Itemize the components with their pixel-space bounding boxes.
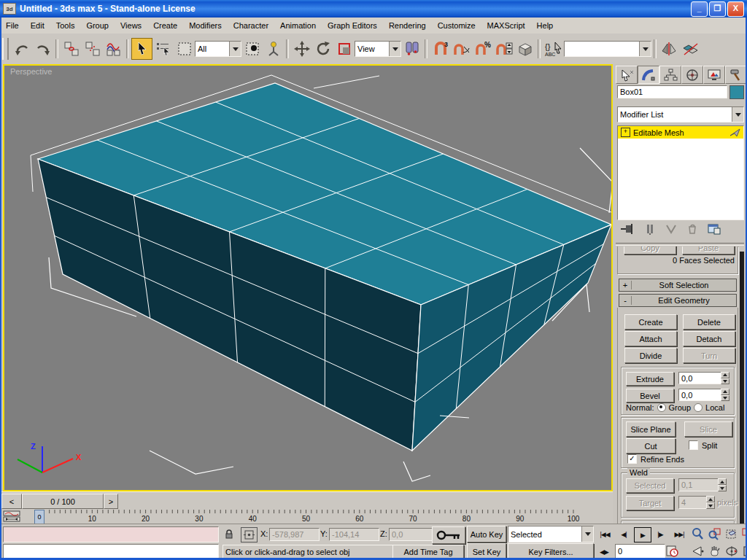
menu-rendering[interactable]: Rendering <box>383 21 432 30</box>
x-coordinate-field[interactable]: -578,987 <box>269 528 320 541</box>
go-to-end-button[interactable]: ▶▶| <box>670 528 688 540</box>
window-crossing-toggle-button[interactable] <box>241 38 263 60</box>
attach-button[interactable]: Attach <box>624 331 677 346</box>
track-bar-ruler[interactable]: 0102030405060708090100 <box>29 509 613 524</box>
slice-button[interactable]: Slice <box>684 421 732 437</box>
add-time-tag-button[interactable]: Add Time Tag <box>392 545 464 559</box>
use-pivot-point-center-button[interactable] <box>401 38 422 60</box>
zoom-all-icon[interactable] <box>708 527 721 540</box>
command-panel-scrollbar[interactable] <box>740 252 744 524</box>
maxscript-mini-listener-pink[interactable] <box>3 526 219 542</box>
object-name-field[interactable]: Box01 <box>617 85 727 98</box>
refine-ends-checkbox[interactable]: ✓ <box>627 454 637 464</box>
select-and-rotate-button[interactable] <box>312 38 333 60</box>
show-end-result-icon[interactable] <box>645 223 655 235</box>
bevel-spinner[interactable] <box>721 389 729 401</box>
select-and-move-button[interactable] <box>291 38 312 60</box>
tab-motion[interactable] <box>681 66 703 84</box>
menu-views[interactable]: Views <box>115 21 147 30</box>
rectangular-selection-region-button[interactable] <box>174 38 195 60</box>
close-button[interactable]: X <box>727 1 744 17</box>
play-button[interactable]: ▶ <box>634 527 651 542</box>
arc-rotate-icon[interactable] <box>725 545 738 558</box>
time-slider-next-button[interactable]: > <box>104 494 118 509</box>
paste-button[interactable]: Paste <box>682 246 735 254</box>
spinner-snap-toggle-button[interactable] <box>493 38 514 60</box>
tab-utilities[interactable] <box>725 66 747 84</box>
keyboard-shortcut-override-button[interactable] <box>514 38 535 60</box>
open-mini-curve-editor-button[interactable] <box>3 510 25 522</box>
extrude-value-field[interactable]: 0,0 <box>678 372 723 384</box>
maximize-button[interactable]: ❐ <box>709 1 726 17</box>
set-keys-button[interactable] <box>432 526 465 544</box>
copy-button[interactable]: Copy <box>624 246 676 254</box>
soft-selection-rollout-header[interactable]: + Soft Selection <box>619 279 737 292</box>
expand-plus-icon[interactable]: + <box>621 128 630 137</box>
modifier-stack[interactable]: + Editable Mesh <box>617 125 744 220</box>
weld-target-button[interactable]: Target <box>626 496 674 510</box>
divide-button[interactable]: Divide <box>624 348 677 363</box>
select-and-manipulate-button[interactable] <box>263 38 284 60</box>
time-slider-handle[interactable]: 0 / 100 <box>22 494 104 509</box>
extrude-button[interactable]: Extrude <box>626 372 674 386</box>
tab-modify[interactable] <box>638 66 659 84</box>
remove-modifier-icon[interactable] <box>687 223 697 235</box>
spinner-up-icon[interactable] <box>721 389 729 395</box>
pin-stack-icon[interactable] <box>620 223 635 235</box>
normal-group-radio[interactable] <box>657 403 666 412</box>
cut-button[interactable]: Cut <box>626 438 676 454</box>
extrude-spinner[interactable] <box>721 372 729 384</box>
spinner-down-icon[interactable] <box>721 395 729 402</box>
edit-geometry-rollout-header[interactable]: - Edit Geometry <box>619 294 737 307</box>
weld-target-spinner[interactable] <box>706 496 715 509</box>
select-object-button[interactable] <box>131 38 152 60</box>
go-to-start-button[interactable]: |◀◀ <box>596 528 614 540</box>
spinner-down-icon[interactable] <box>718 485 727 491</box>
bevel-value-field[interactable]: 0,0 <box>678 389 723 401</box>
menu-animation[interactable]: Animation <box>274 21 322 30</box>
absolute-mode-toggle[interactable] <box>241 527 258 542</box>
toolbar-handle[interactable] <box>2 38 9 60</box>
spinner-up-icon[interactable] <box>721 372 729 378</box>
unlink-selection-button[interactable] <box>82 38 103 60</box>
bevel-button[interactable]: Bevel <box>626 389 674 402</box>
zoom-icon[interactable] <box>692 527 704 540</box>
menu-maxscript[interactable]: MAXScript <box>481 21 531 30</box>
minimize-button[interactable]: _ <box>691 1 708 17</box>
viewport-label[interactable]: Perspective <box>10 67 52 76</box>
percent-snap-button[interactable]: % <box>472 38 493 60</box>
auto-key-button[interactable]: Auto Key <box>467 526 506 542</box>
menu-edit[interactable]: Edit <box>25 21 50 30</box>
reference-coordinate-system-dropdown[interactable]: View <box>355 41 401 57</box>
y-coordinate-field[interactable]: -104,14 <box>329 528 379 541</box>
time-configuration-button[interactable] <box>666 545 678 557</box>
normal-local-radio[interactable] <box>694 403 703 412</box>
menu-group[interactable]: Group <box>80 21 115 30</box>
weld-selected-spinner[interactable] <box>718 478 727 491</box>
weld-selected-field[interactable]: 0,1 <box>678 478 720 491</box>
menu-character[interactable]: Character <box>228 21 274 30</box>
delete-button[interactable]: Delete <box>683 314 735 330</box>
angle-snap-toggle-button[interactable] <box>451 38 472 60</box>
select-and-scale-button[interactable] <box>333 38 355 60</box>
configure-modifier-sets-icon[interactable] <box>708 223 721 235</box>
next-frame-button[interactable]: |▶ <box>653 528 667 540</box>
turn-button[interactable]: Turn <box>683 348 735 363</box>
weld-target-field[interactable]: 4 <box>678 496 708 509</box>
named-selection-sets-button[interactable]: {}ABC <box>543 38 564 60</box>
spinner-up-icon[interactable] <box>706 496 715 502</box>
tab-display[interactable] <box>703 66 725 84</box>
redo-button[interactable] <box>32 38 53 60</box>
time-slider-prev-button[interactable]: < <box>1 494 22 509</box>
spinner-up-icon[interactable] <box>718 478 727 485</box>
tab-create[interactable] <box>616 66 638 84</box>
time-slider-track[interactable]: < 0 / 100 > <box>0 491 613 510</box>
modifier-list-dropdown[interactable]: Modifier List <box>617 106 744 122</box>
field-of-view-icon[interactable] <box>692 545 704 558</box>
mirror-button[interactable] <box>659 38 680 60</box>
maxscript-mini-listener-white[interactable] <box>3 544 219 559</box>
make-unique-icon[interactable] <box>665 223 677 235</box>
select-and-link-button[interactable] <box>61 38 82 60</box>
menu-create[interactable]: Create <box>147 21 183 30</box>
split-checkbox[interactable] <box>689 440 698 450</box>
